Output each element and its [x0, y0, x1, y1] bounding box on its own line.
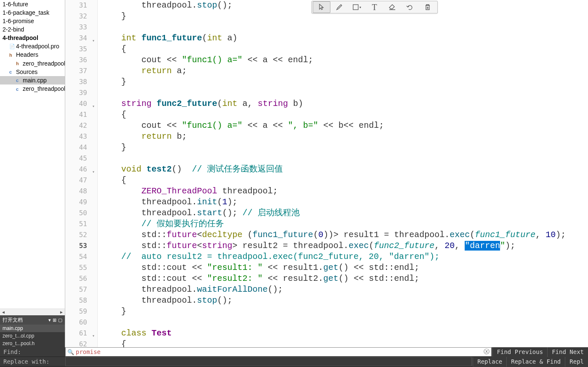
code-line[interactable]: { — [101, 339, 588, 347]
tree-item[interactable]: 1-6-package_task — [0, 8, 65, 17]
tree-item[interactable]: cSources — [0, 68, 65, 76]
find-replace-bar: Find: 🔍 ⓧ Find PreviousFind Next Replace… — [0, 347, 588, 367]
code-line[interactable]: } — [101, 142, 588, 153]
find-label: Find: — [0, 349, 65, 355]
replace-button[interactable]: Replace & Find — [506, 357, 565, 367]
trash-tool[interactable] — [419, 1, 436, 13]
code-line[interactable]: threadpool.start(); // 启动线程池 — [101, 208, 588, 219]
code-line[interactable] — [101, 153, 588, 164]
eraser-tool[interactable] — [383, 1, 401, 13]
sidebar-scrollbar[interactable]: ◄ ► — [0, 309, 65, 315]
line-number: 60 — [65, 317, 97, 328]
tree-item[interactable]: czero_threadpool — [0, 84, 65, 93]
tree-item[interactable]: hHeaders — [0, 50, 65, 59]
line-number: 38 — [65, 77, 97, 87]
editor[interactable]: 31323334▾353637383940▾414243444546▾47484… — [65, 0, 588, 347]
tree-item[interactable]: 1-6-promise — [0, 17, 65, 25]
tree-item[interactable]: 1-6-future — [0, 0, 65, 8]
code-line[interactable]: std::future<decltype (func1_future(0))> … — [101, 230, 588, 240]
code-line[interactable]: { — [101, 109, 588, 120]
find-input-wrap[interactable]: 🔍 ⓧ — [65, 347, 492, 356]
scroll-left-icon[interactable]: ◄ — [0, 309, 7, 316]
line-number: 49 — [65, 197, 97, 208]
replace-input-wrap[interactable] — [65, 357, 472, 366]
code-line[interactable]: std::future<string> result2 = threadpool… — [101, 240, 588, 251]
open-docs-header: 打开文档 ▾ ⊞ ▢ — [0, 315, 65, 325]
tree-item[interactable]: cmain.cpp — [0, 76, 65, 84]
replace-label: Replace with: — [0, 358, 65, 365]
line-number: 46▾ — [65, 164, 97, 175]
line-number: 33 — [65, 22, 97, 33]
line-number: 48 — [65, 186, 97, 197]
code-line[interactable]: { — [101, 175, 588, 186]
line-number: 36 — [65, 55, 97, 66]
code-area[interactable]: threadpool.stop(); } int func1_future(in… — [98, 0, 588, 347]
line-number: 55 — [65, 262, 97, 273]
scroll-right-icon[interactable]: ► — [58, 309, 65, 316]
code-line[interactable] — [101, 317, 588, 328]
replace-button[interactable]: Repl — [565, 357, 588, 367]
code-line[interactable]: cout << "func1() a=" << a << ", b=" << b… — [101, 120, 588, 131]
line-number: 43 — [65, 131, 97, 142]
code-line[interactable]: threadpool.init(1); — [101, 197, 588, 208]
code-line[interactable]: return a; — [101, 66, 588, 77]
code-line[interactable]: threadpool.waitForAllDone(); — [101, 284, 588, 295]
shape-tool[interactable]: ▾ — [348, 1, 366, 13]
split-icon[interactable]: ⊞ — [53, 317, 56, 323]
code-line[interactable]: // 假如要执行的任务 — [101, 219, 588, 230]
line-number: 53 — [65, 240, 97, 251]
close-panel-icon[interactable]: ▢ — [58, 317, 62, 323]
code-line[interactable]: std::cout << "result1: " << result1.get(… — [101, 262, 588, 273]
code-line[interactable]: { — [101, 44, 588, 55]
find-button[interactable]: Find Next — [547, 347, 588, 357]
line-number: 39 — [65, 87, 97, 98]
replace-button[interactable]: Replace — [473, 357, 506, 367]
annotation-toolbar: ▾ T — [311, 1, 438, 13]
code-line[interactable]: void test2() // 测试任务函数返回值 — [101, 164, 588, 175]
svg-rect-0 — [353, 5, 358, 10]
tree-item[interactable]: 2-2-bind — [0, 25, 65, 34]
open-doc-item[interactable]: zero_t...ol.cpp — [0, 332, 65, 340]
find-input[interactable] — [76, 349, 484, 355]
find-button[interactable]: Find Previous — [492, 347, 548, 357]
tree-item[interactable]: 4-threadpool — [0, 34, 65, 42]
line-number: 62 — [65, 339, 97, 347]
code-line[interactable]: return b; — [101, 131, 588, 142]
code-line[interactable]: cout << "func1() a=" << a << endl; — [101, 55, 588, 66]
project-tree[interactable]: 1-6-future1-6-package_task1-6-promise2-2… — [0, 0, 65, 309]
code-line[interactable]: } — [101, 77, 588, 87]
search-icon: 🔍 — [67, 349, 74, 355]
tree-item[interactable]: 📄4-threadpool.pro — [0, 42, 65, 50]
undo-tool[interactable] — [401, 1, 419, 13]
open-doc-item[interactable]: main.cpp — [0, 325, 65, 332]
cursor-tool[interactable] — [313, 1, 330, 13]
line-number: 59 — [65, 306, 97, 317]
code-line[interactable]: int func1_future(int a) — [101, 33, 588, 44]
line-number: 35 — [65, 44, 97, 55]
clear-icon[interactable]: ⓧ — [484, 348, 490, 356]
line-number: 56 — [65, 273, 97, 284]
line-number: 57 — [65, 284, 97, 295]
code-line[interactable]: string func2_future(int a, string b) — [101, 98, 588, 109]
dropdown-icon[interactable]: ▾ — [48, 317, 51, 323]
tree-item[interactable]: hzero_threadpool — [0, 59, 65, 68]
code-line[interactable]: // auto result2 = threadpool.exec(func2_… — [101, 251, 588, 262]
line-number: 54 — [65, 251, 97, 262]
text-tool[interactable]: T — [366, 1, 383, 13]
code-line[interactable]: } — [101, 306, 588, 317]
open-doc-item[interactable]: zero_t...pool.h — [0, 340, 65, 347]
line-number: 58 — [65, 295, 97, 306]
code-line[interactable]: ZERO_ThreadPool threadpool; — [101, 186, 588, 197]
line-number: 61▾ — [65, 328, 97, 339]
code-line[interactable]: std::cout << "result2: " << result2.get(… — [101, 273, 588, 284]
line-number: 37 — [65, 66, 97, 77]
code-line[interactable]: class Test — [101, 328, 588, 339]
line-number: 44 — [65, 142, 97, 153]
code-line[interactable] — [101, 22, 588, 33]
line-number: 41 — [65, 109, 97, 120]
line-number: 50 — [65, 208, 97, 219]
code-line[interactable] — [101, 87, 588, 98]
line-number: 45 — [65, 153, 97, 164]
code-line[interactable]: threadpool.stop(); — [101, 295, 588, 306]
pencil-tool[interactable] — [330, 1, 348, 13]
